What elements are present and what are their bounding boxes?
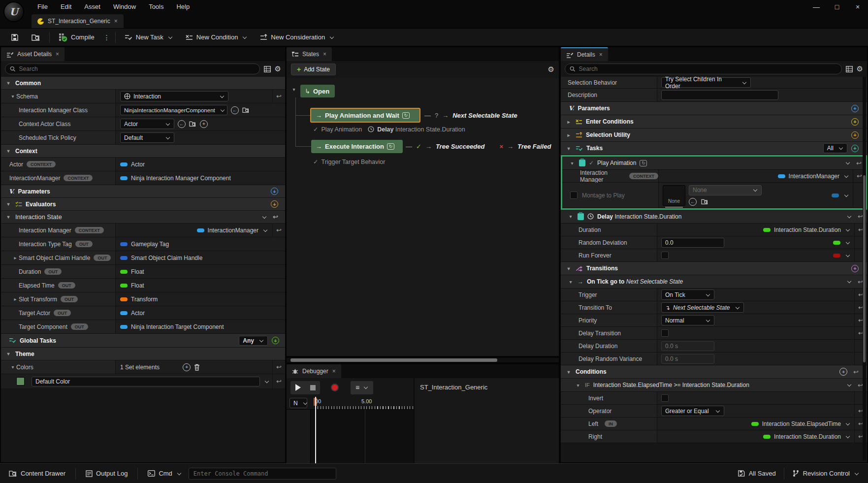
condition-header[interactable]: ▾ IF Interaction State.ElapsedTime >= In…: [561, 379, 867, 392]
close-icon[interactable]: ×: [56, 51, 59, 58]
section-interaction-state[interactable]: ▾Interaction State ↩: [1, 211, 285, 224]
maximize-button[interactable]: □: [827, 0, 847, 13]
section-conditions[interactable]: ▾ Conditions + ↩: [561, 365, 867, 379]
binding-chevron-icon[interactable]: [846, 253, 850, 257]
menu-window[interactable]: Window: [107, 1, 142, 12]
reset-icon[interactable]: ↩: [276, 363, 282, 371]
montage-override-checkbox[interactable]: [570, 192, 578, 199]
state-open[interactable]: ↳ Open: [300, 85, 335, 97]
menu-asset[interactable]: Asset: [78, 1, 106, 12]
section-evaluators[interactable]: ▾ Evaluators +: [1, 198, 285, 211]
binding-chevron-icon[interactable]: [846, 227, 850, 231]
settings-gear-icon[interactable]: ⚙: [275, 64, 281, 73]
schema-dropdown[interactable]: Interaction: [120, 91, 228, 101]
tasks-filter-dropdown[interactable]: All: [823, 143, 847, 153]
add-icon[interactable]: +: [200, 120, 208, 128]
collapse-chevron-icon[interactable]: [847, 279, 851, 283]
task-delay-header[interactable]: ▾ Delay Interaction State.Duration ↩: [561, 210, 867, 224]
new-condition-button[interactable]: New Condition: [182, 31, 252, 43]
section-global-tasks[interactable]: Global Tasks Any +: [1, 334, 285, 348]
tab-states[interactable]: States ×: [287, 47, 332, 61]
section-enter-conditions[interactable]: ▸ Enter Conditions +: [561, 115, 867, 129]
reset-icon[interactable]: ↩: [273, 213, 278, 221]
color-name-field[interactable]: Default Color: [32, 377, 260, 386]
browse-to-asset-icon[interactable]: [242, 107, 250, 113]
delay-transition-checkbox[interactable]: [661, 329, 669, 337]
section-context[interactable]: ▾Context: [1, 145, 285, 158]
global-tasks-filter-dropdown[interactable]: Any: [239, 336, 268, 346]
search-input[interactable]: [19, 65, 255, 72]
transition-on-tick-header[interactable]: ▾→ On Tick go to Next Selectable State ↩: [561, 275, 867, 289]
browse-to-asset-icon[interactable]: [701, 198, 708, 205]
menu-help[interactable]: Help: [170, 1, 195, 12]
montage-asset-dropdown[interactable]: None: [689, 185, 762, 195]
reset-icon[interactable]: ↩: [857, 172, 862, 180]
tick-policy-dropdown[interactable]: Default: [120, 132, 174, 143]
state-execute-interaction[interactable]: → Execute Interaction ↻: [311, 140, 403, 153]
view-options-icon[interactable]: [264, 66, 271, 72]
states-horizontal-scrollbar[interactable]: [287, 358, 559, 362]
output-log-button[interactable]: Output Log: [81, 467, 132, 480]
section-common[interactable]: ▾Common: [1, 77, 285, 90]
invert-checkbox[interactable]: [661, 394, 669, 402]
manager-class-dropdown[interactable]: NinjaInteractionManagerComponent: [120, 105, 227, 115]
menu-file[interactable]: File: [32, 1, 54, 12]
scrollbar-thumb[interactable]: [863, 175, 866, 362]
task-play-animation-header[interactable]: ▾ ✓ Play Animation ↻ ↩: [562, 157, 866, 170]
reset-icon[interactable]: ↩: [856, 160, 862, 167]
add-enter-condition-icon[interactable]: +: [851, 118, 859, 126]
reset-icon[interactable]: ↩: [276, 226, 282, 234]
stop-simulation-button[interactable]: [305, 381, 320, 394]
search-input[interactable]: [579, 65, 837, 72]
play-simulation-button[interactable]: [290, 381, 305, 394]
run-forever-checkbox[interactable]: [661, 252, 669, 259]
browse-to-asset-icon[interactable]: [189, 121, 196, 127]
expander-icon[interactable]: ▾: [290, 87, 297, 92]
add-transition-icon[interactable]: +: [851, 265, 859, 272]
description-input[interactable]: [661, 90, 778, 100]
reset-icon[interactable]: ↩: [276, 93, 282, 100]
binding-chevron-icon[interactable]: [844, 173, 848, 177]
trigger-dropdown[interactable]: On Tick: [661, 290, 714, 300]
random-deviation-input[interactable]: [661, 238, 724, 248]
section-parameters[interactable]: V. Parameters +: [1, 185, 285, 198]
states-settings-gear-icon[interactable]: ⚙: [548, 65, 554, 74]
close-icon[interactable]: ×: [599, 51, 603, 58]
close-icon[interactable]: ×: [323, 51, 326, 58]
collapse-chevron-icon[interactable]: [847, 214, 851, 218]
close-tab-icon[interactable]: ×: [114, 18, 118, 25]
new-consideration-button[interactable]: New Consideration: [256, 31, 338, 43]
section-tasks[interactable]: ▾ Tasks All +: [561, 142, 867, 155]
close-icon[interactable]: ×: [332, 368, 336, 375]
priority-dropdown[interactable]: Normal: [661, 315, 714, 325]
console-command-input[interactable]: [189, 468, 336, 480]
reset-icon[interactable]: ↩: [853, 368, 859, 376]
section-theme[interactable]: ▾Theme: [1, 348, 285, 360]
close-button[interactable]: ×: [847, 0, 868, 13]
binding-chevron-icon[interactable]: [846, 421, 850, 425]
details-scrollbar[interactable]: [863, 77, 866, 460]
add-element-icon[interactable]: +: [183, 363, 191, 371]
section-transitions[interactable]: ▾ Transitions +: [561, 262, 867, 275]
display-options-icon[interactable]: [846, 66, 853, 72]
content-drawer-button[interactable]: Content Drawer: [4, 467, 70, 480]
add-state-button[interactable]: + Add State: [291, 64, 336, 75]
scrollbar-thumb[interactable]: [290, 358, 497, 362]
add-condition-icon[interactable]: +: [839, 368, 847, 376]
state-play-animation-and-wait[interactable]: → Play Animation and Wait ↻: [310, 108, 420, 123]
settings-gear-icon[interactable]: ⚙: [857, 64, 863, 73]
track-filter-dropdown[interactable]: N: [289, 398, 307, 408]
collapse-chevron-icon[interactable]: [262, 214, 266, 218]
timeline-ruler[interactable]: N 00 5.00: [287, 397, 414, 410]
selection-behavior-dropdown[interactable]: Try Select Children In Order: [661, 77, 751, 88]
reset-icon[interactable]: ↩: [276, 378, 282, 385]
asset-details-searchbox[interactable]: [5, 64, 260, 74]
add-parameter-icon[interactable]: +: [271, 188, 278, 195]
add-parameter-icon[interactable]: +: [851, 105, 859, 112]
menu-edit[interactable]: Edit: [55, 1, 77, 12]
details-searchbox[interactable]: [565, 64, 842, 74]
minimize-button[interactable]: —: [806, 0, 827, 13]
new-task-button[interactable]: New Task: [121, 31, 177, 43]
collapse-chevron-icon[interactable]: [847, 383, 851, 386]
binding-chevron-icon[interactable]: [263, 227, 267, 231]
